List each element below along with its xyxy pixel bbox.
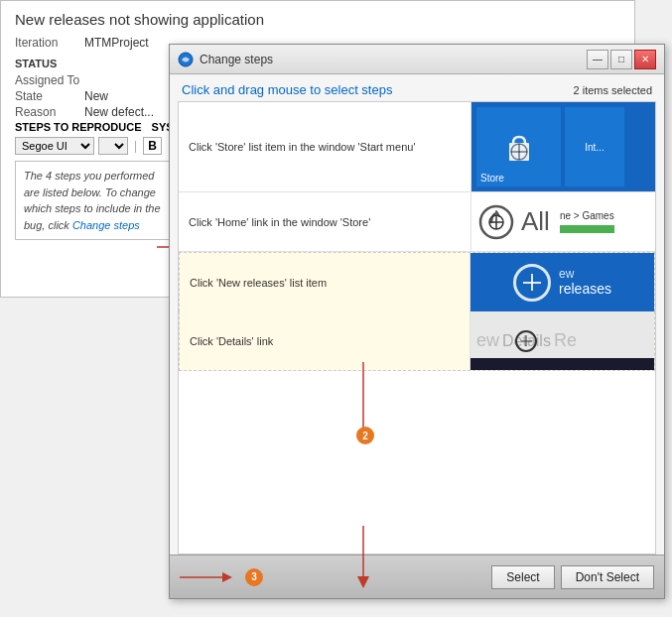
details-wrapper: Details <box>502 332 551 350</box>
home-right-content: All <box>521 206 550 237</box>
step-2-image: All ne > Games <box>471 192 655 251</box>
badge-3: 3 <box>245 568 263 586</box>
step-4-text: Click 'Details' link <box>180 311 470 370</box>
bold-button[interactable]: B <box>143 137 162 155</box>
select-button[interactable]: Select <box>491 565 554 589</box>
table-row[interactable]: Click 'New releases' list item ew releas… <box>179 252 655 311</box>
dialog-content: Click 'Store' list item in the window 'S… <box>178 101 656 555</box>
store-label: Store <box>480 173 504 184</box>
releases-crosshair <box>513 264 551 302</box>
releases-tile: ew releases <box>503 254 621 311</box>
reason-value: New defect... <box>84 105 154 119</box>
home-arrow-icon <box>477 203 515 241</box>
all-text: All <box>521 206 550 237</box>
dont-select-button[interactable]: Don't Select <box>561 565 654 589</box>
minimize-button[interactable]: — <box>587 50 608 69</box>
font-select[interactable]: Segoe UI <box>15 137 94 155</box>
details-crosshair-circle <box>515 330 537 352</box>
games-content: ne > Games <box>560 210 614 233</box>
table-row[interactable]: Click 'Details' link ew Details Re <box>179 311 655 371</box>
step-3-text: Click 'New releases' list item <box>180 253 470 311</box>
footer-arrow-svg <box>180 569 239 585</box>
note-box: The 4 steps you performed are listed bel… <box>15 161 179 240</box>
re-text: Re <box>554 330 577 351</box>
iteration-label: Iteration <box>15 36 84 50</box>
ew-text: ew <box>476 330 499 351</box>
items-selected-label: 2 items selected <box>574 84 652 96</box>
table-row[interactable]: Click 'Store' list item in the window 'S… <box>179 102 655 192</box>
step-4-image: ew Details Re <box>470 311 654 370</box>
window-controls: — □ ✕ <box>587 50 656 69</box>
font-size-select[interactable] <box>98 137 128 155</box>
store-tile: Store <box>476 107 561 186</box>
dialog-title: Change steps <box>200 53 581 66</box>
iteration-value: MTMProject <box>84 36 149 50</box>
state-value: New <box>84 89 108 103</box>
releases-text: ew releases <box>559 267 611 298</box>
footer-arrow-area: 3 <box>180 568 263 586</box>
step-1-text: Click 'Store' list item in the window 'S… <box>179 102 471 191</box>
games-breadcrumb: ne > Games <box>560 210 614 221</box>
title-bar: Change steps — □ ✕ <box>170 45 664 74</box>
badge-2-container: 2 <box>356 427 374 444</box>
steps-to-reproduce-label: STEPS TO REPRODUCE <box>15 121 142 133</box>
table-row[interactable]: Click 'Home' link in the window 'Store' <box>179 192 655 252</box>
dialog-header: Click and drag mouse to select steps 2 i… <box>170 74 664 101</box>
green-bar <box>560 225 614 233</box>
maximize-button[interactable]: □ <box>610 50 632 69</box>
step-2-text: Click 'Home' link in the window 'Store' <box>179 192 471 251</box>
panel-title: New releases not showing application <box>15 11 620 28</box>
close-button[interactable]: ✕ <box>634 50 656 69</box>
store-bag-icon <box>501 129 537 165</box>
assigned-to-label: Assigned To <box>15 73 84 87</box>
change-steps-link[interactable]: Change steps <box>72 219 140 231</box>
int-tile: Int... <box>565 107 624 186</box>
state-label: State <box>15 89 84 103</box>
dialog-icon <box>178 52 194 67</box>
reason-label: Reason <box>15 105 84 119</box>
dialog-footer: 3 Select Don't Select <box>170 555 664 598</box>
dialog-subtitle: Click and drag mouse to select steps <box>182 82 392 97</box>
change-steps-dialog: Change steps — □ ✕ Click and drag mouse … <box>169 44 665 599</box>
step-1-image: Store Int... <box>471 102 655 191</box>
step-3-image: ew releases <box>470 253 654 311</box>
dark-bottom-bar <box>470 358 654 370</box>
badge-2: 2 <box>356 427 374 444</box>
steps-list[interactable]: Click 'Store' list item in the window 'S… <box>178 101 656 555</box>
